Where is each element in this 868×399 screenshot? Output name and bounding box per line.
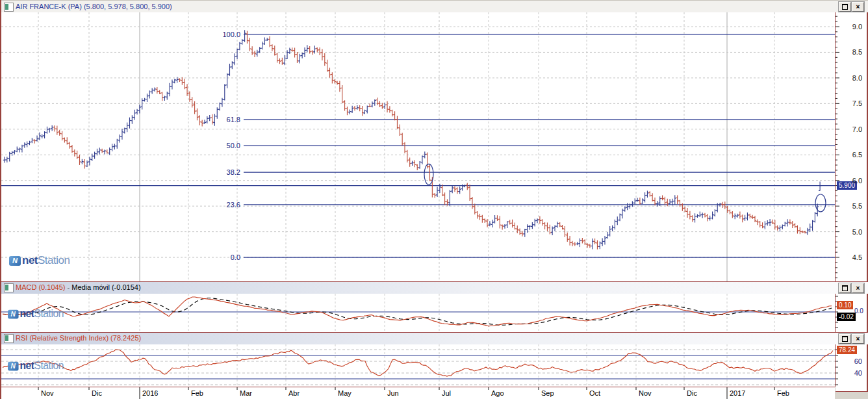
macd-close-button[interactable]: × bbox=[852, 283, 864, 293]
ohlc-bar bbox=[53, 125, 56, 132]
ohlc-bar bbox=[731, 211, 734, 218]
ohlc-bar bbox=[236, 49, 238, 59]
ohlc-bar bbox=[531, 222, 533, 229]
ohlc-bar bbox=[766, 220, 769, 225]
ohlc-bar bbox=[266, 38, 268, 41]
ohlc-bar bbox=[754, 216, 756, 222]
ohlc-bar bbox=[624, 206, 626, 211]
ohlc-bar bbox=[576, 242, 578, 245]
restore-button[interactable] bbox=[839, 2, 851, 12]
ohlc-bar bbox=[43, 131, 45, 138]
ohlc-bar bbox=[343, 100, 346, 110]
ohlc-bar bbox=[271, 44, 274, 51]
ohlc-bar bbox=[274, 45, 276, 55]
ohlc-bar bbox=[56, 125, 58, 135]
ohlc-bar bbox=[168, 83, 171, 96]
ohlc-bar bbox=[789, 219, 791, 224]
ohlc-bar bbox=[581, 238, 583, 243]
time-axis-label: 2017 bbox=[730, 389, 745, 397]
ohlc-bar bbox=[198, 115, 201, 125]
macd-separator: - bbox=[67, 283, 70, 291]
ohlc-bar bbox=[746, 212, 748, 220]
rsi-axis[interactable]: 78.24 60 40 bbox=[836, 344, 868, 392]
ohlc-bar bbox=[88, 157, 91, 165]
ohlc-bar bbox=[218, 103, 221, 110]
ohlc-bar bbox=[669, 199, 671, 205]
price-chart-area[interactable]: 100.061.850.038.223.60.0 N net Station bbox=[1, 12, 836, 281]
macd-close-icon: × bbox=[856, 285, 860, 292]
ohlc-bar bbox=[121, 129, 123, 140]
ohlc-bar bbox=[193, 101, 196, 114]
ohlc-bar bbox=[13, 150, 16, 154]
ohlc-bar bbox=[383, 103, 386, 109]
ohlc-bar bbox=[546, 222, 548, 231]
ohlc-bar bbox=[351, 106, 353, 113]
ohlc-bar bbox=[809, 224, 811, 232]
close-button[interactable]: × bbox=[852, 2, 864, 12]
ohlc-bar bbox=[103, 149, 106, 154]
ohlc-bar bbox=[36, 135, 38, 141]
ohlc-bar bbox=[374, 99, 376, 106]
ohlc-bar bbox=[296, 52, 298, 63]
ohlc-bar bbox=[101, 149, 103, 153]
ohlc-bar bbox=[306, 45, 309, 52]
ohlc-bar bbox=[288, 48, 291, 54]
rsi-minimize-button[interactable] bbox=[839, 334, 851, 344]
macd-panel-icon bbox=[4, 283, 14, 292]
ohlc-bar bbox=[696, 214, 698, 218]
ohlc-bar bbox=[183, 79, 186, 89]
ohlc-bar bbox=[409, 158, 411, 167]
ohlc-bar bbox=[606, 232, 609, 238]
ohlc-bar bbox=[689, 211, 691, 220]
ohlc-bar bbox=[406, 150, 409, 162]
ohlc-bar bbox=[223, 84, 226, 101]
time-axis-label: May bbox=[338, 389, 351, 397]
rsi-chart-area[interactable]: N net Station bbox=[1, 344, 836, 387]
ohlc-bar bbox=[3, 157, 6, 162]
macd-value-box: 0.10 bbox=[837, 301, 853, 309]
restore-icon bbox=[842, 4, 848, 10]
ohlc-bar bbox=[324, 53, 326, 66]
price-axis[interactable]: 5.900 9.08.58.07.57.06.56.05.55.04.5 bbox=[836, 12, 868, 281]
ellipse-annotation[interactable] bbox=[815, 194, 826, 212]
ohlc-bar bbox=[86, 161, 88, 167]
ohlc-bar bbox=[256, 50, 259, 57]
ohlc-bar bbox=[578, 238, 581, 247]
ohlc-bar bbox=[476, 211, 478, 219]
ohlc-bar bbox=[819, 181, 821, 190]
ohlc-bar bbox=[493, 215, 496, 224]
macd-minimize-button[interactable] bbox=[839, 283, 851, 293]
ohlc-bar bbox=[778, 225, 781, 232]
ohlc-bar bbox=[413, 160, 416, 167]
ohlc-bar bbox=[533, 219, 536, 227]
ohlc-bar bbox=[41, 135, 44, 138]
time-axis-label: Abr bbox=[288, 389, 300, 397]
ohlc-bar bbox=[548, 225, 551, 235]
time-axis-label: Dic bbox=[687, 389, 697, 397]
ohlc-bar bbox=[561, 225, 563, 229]
ohlc-bar bbox=[761, 222, 763, 228]
ohlc-bar bbox=[736, 214, 739, 218]
macd-axis[interactable]: 0.10 0.0 -0.02 bbox=[836, 294, 868, 332]
rsi-close-button[interactable]: × bbox=[852, 334, 864, 344]
macd-label: MACD (0.1045) bbox=[16, 283, 65, 291]
time-axis[interactable]: NovDic2016FebMarAbrMayJunJulAgoSepOctNov… bbox=[1, 387, 835, 399]
time-axis-label: Sep bbox=[541, 389, 554, 397]
ohlc-bar bbox=[656, 201, 659, 207]
ohlc-bar bbox=[709, 216, 711, 221]
ohlc-bar bbox=[261, 42, 263, 49]
price-tick-label: 5.5 bbox=[852, 202, 862, 210]
ohlc-bar bbox=[248, 38, 251, 51]
ohlc-bar bbox=[133, 110, 136, 120]
ohlc-bar bbox=[143, 98, 146, 101]
ohlc-bar bbox=[45, 127, 48, 134]
ohlc-bar bbox=[6, 157, 8, 162]
macd-chart-area[interactable]: N net Station bbox=[1, 294, 836, 332]
price-tick-label: 7.5 bbox=[852, 99, 862, 107]
ohlc-bar bbox=[60, 131, 63, 140]
ohlc-bar bbox=[811, 220, 813, 231]
ohlc-bar bbox=[206, 116, 209, 123]
ohlc-bar bbox=[333, 79, 336, 84]
ellipse-annotation[interactable] bbox=[424, 164, 433, 185]
ohlc-bar bbox=[209, 115, 211, 121]
